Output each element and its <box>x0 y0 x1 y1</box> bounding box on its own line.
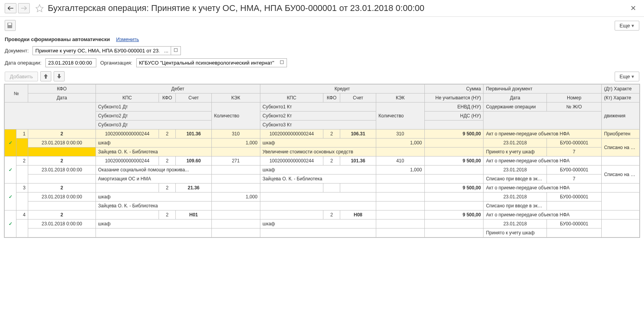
cell[interactable]: 1,000 <box>211 192 260 201</box>
cell[interactable]: 310 <box>376 130 424 139</box>
cell[interactable] <box>340 183 376 192</box>
cell[interactable]: Зайцева О. К. - Библиотека <box>96 148 211 156</box>
cell[interactable] <box>260 183 323 192</box>
col-docdate[interactable]: Дата <box>483 94 547 103</box>
col-content[interactable]: Содержание операции <box>483 103 547 112</box>
cell[interactable]: Списано на н учреждения <box>601 139 639 156</box>
cell[interactable]: 9 500,00 <box>424 210 483 219</box>
cell[interactable]: 2 <box>323 156 340 165</box>
col-num[interactable]: № <box>5 85 28 103</box>
cell[interactable]: БУ00-000001 <box>547 219 601 228</box>
col-primdoc[interactable]: Первичный документ <box>483 85 602 94</box>
col-credit[interactable]: Кредит <box>260 85 424 94</box>
cell[interactable]: Амортизация ОС и НМА <box>96 174 211 183</box>
cell[interactable] <box>211 219 260 228</box>
cell[interactable]: БУ00-000001 <box>547 139 601 148</box>
col-acct-c[interactable]: Счет <box>340 94 376 103</box>
cell[interactable] <box>16 219 28 237</box>
cell[interactable] <box>211 165 260 174</box>
col-sub2d[interactable]: Субконто2 Дт <box>96 112 211 121</box>
col-sub3d[interactable]: Субконто3 Дт <box>96 121 211 130</box>
table-row[interactable]: ✓12100200000000002442101.363101002000000… <box>5 130 640 139</box>
cell[interactable]: Акт о приеме-передаче объектов НФА <box>483 183 602 192</box>
table-row[interactable]: Амортизация ОС и НМАЗайцева О. К. - Библ… <box>5 174 640 183</box>
cell[interactable] <box>424 192 483 201</box>
cell[interactable] <box>211 210 260 219</box>
cell[interactable] <box>96 228 211 237</box>
cell[interactable]: ✓ <box>5 210 16 237</box>
cell[interactable] <box>376 210 424 219</box>
cell[interactable] <box>96 183 159 192</box>
cell[interactable]: Списано на н учреждения <box>601 165 639 183</box>
table-row[interactable]: ✓422Н012Н089 500,00Акт о приеме-передаче… <box>5 210 640 219</box>
cell[interactable]: Принято к учету шкаф <box>483 228 547 237</box>
cell[interactable] <box>260 210 323 219</box>
cell[interactable] <box>376 228 424 237</box>
cell[interactable]: 23.01.2018 <box>483 139 547 148</box>
cell[interactable]: Акт о приеме-передаче объектов НФА <box>483 130 602 139</box>
col-jo[interactable]: № Ж/О <box>547 103 601 112</box>
cell[interactable]: 2 <box>16 156 28 165</box>
cell[interactable]: 2 <box>159 210 176 219</box>
cell[interactable] <box>547 201 601 210</box>
document-input[interactable] <box>32 46 162 55</box>
cell[interactable]: 23.01.2018 0:00:00 <box>28 139 96 148</box>
col-acct-d[interactable]: Счет <box>176 94 212 103</box>
cell[interactable]: Акт о приеме-передаче объектов НФА <box>483 210 602 219</box>
back-button[interactable] <box>5 3 16 13</box>
cell[interactable]: 4 <box>16 210 28 219</box>
table-row[interactable]: 23.01.2018 0:00:00шкаф1,00023.01.2018БУ0… <box>5 192 640 201</box>
close-button[interactable]: ✕ <box>627 4 639 13</box>
cell[interactable]: Приобретен <box>601 130 639 139</box>
cell[interactable]: шкаф <box>96 192 211 201</box>
col-kfo-d[interactable]: КФО <box>159 94 176 103</box>
cell[interactable] <box>28 148 96 156</box>
cell[interactable]: шкаф <box>260 139 376 148</box>
entries-table[interactable]: № КФО Дебет Кредит Сумма Первичный докум… <box>4 84 640 237</box>
col-nds[interactable]: НДС (НУ) <box>424 112 483 121</box>
cell[interactable]: 9 500,00 <box>424 156 483 165</box>
cell[interactable] <box>16 192 28 210</box>
more-button-top[interactable]: Еще <box>615 21 639 31</box>
cell[interactable] <box>323 183 340 192</box>
cell[interactable]: 310 <box>211 130 260 139</box>
col-kek-d[interactable]: КЭК <box>211 94 260 103</box>
cell[interactable]: 101.36 <box>176 130 212 139</box>
cell[interactable]: 1,000 <box>211 139 260 148</box>
cell[interactable] <box>424 148 483 156</box>
col-ktchar[interactable]: (Кт) Характе <box>601 94 639 103</box>
document-select-button[interactable]: ... <box>162 46 171 55</box>
org-input[interactable] <box>136 58 277 67</box>
cell[interactable] <box>424 139 483 148</box>
col-kfo[interactable]: КФО <box>28 85 96 94</box>
cell[interactable]: Увеличение стоимости основных средств <box>260 148 376 156</box>
cell[interactable]: 23.01.2018 0:00:00 <box>28 219 96 228</box>
favorite-icon[interactable] <box>34 3 45 13</box>
more-button-grid[interactable]: Еще <box>615 72 639 81</box>
change-link[interactable]: Изменить <box>116 36 139 42</box>
cell[interactable]: 271 <box>211 156 260 165</box>
cell[interactable] <box>96 210 159 219</box>
col-kps-d[interactable]: КПС <box>96 94 159 103</box>
table-row[interactable]: 23.01.2018 0:00:00шкафшкаф23.01.2018БУ00… <box>5 219 640 228</box>
cell[interactable]: Акт о приеме-передаче объектов НФА <box>483 156 602 165</box>
cell[interactable] <box>376 219 424 228</box>
cell[interactable] <box>260 228 376 237</box>
cell[interactable] <box>376 192 424 201</box>
cell[interactable]: 410 <box>376 156 424 165</box>
date-input[interactable] <box>45 58 96 67</box>
cell[interactable] <box>211 174 260 183</box>
col-movement[interactable]: движения <box>601 103 639 130</box>
cell[interactable]: шкаф <box>96 219 211 228</box>
cell[interactable]: 7 <box>547 174 601 183</box>
cell[interactable]: шкаф <box>260 165 376 174</box>
cell[interactable]: 3 <box>16 183 28 192</box>
cell[interactable] <box>424 228 483 237</box>
cell[interactable] <box>376 174 424 183</box>
col-sub1d[interactable]: Субконто1 Дт <box>96 103 211 112</box>
col-sum[interactable]: Сумма <box>424 85 483 94</box>
cell[interactable] <box>211 183 260 192</box>
cell[interactable]: 1,000 <box>376 139 424 148</box>
cell[interactable] <box>260 192 376 201</box>
table-row[interactable]: 23.01.2018 0:00:00Оказание социальной по… <box>5 165 640 174</box>
